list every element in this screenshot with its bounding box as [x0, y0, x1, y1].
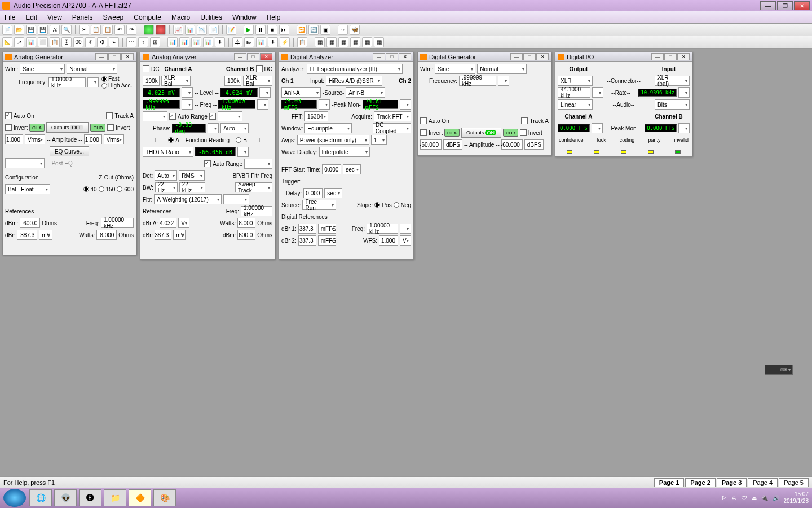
tb-new-icon[interactable]: 📄: [2, 25, 12, 35]
tb2-x-icon[interactable]: ▦: [315, 37, 325, 47]
page-3-tab[interactable]: Page 3: [717, 478, 747, 487]
ampl-a-input[interactable]: 1.000: [5, 134, 23, 144]
ampl-b-input[interactable]: 1.000: [84, 134, 102, 144]
dc-a-check[interactable]: [143, 65, 149, 72]
fft-start-input[interactable]: 0.000: [322, 164, 341, 174]
dbr-input[interactable]: 387.3: [17, 230, 37, 240]
menu-file[interactable]: File: [5, 14, 15, 21]
avgs-select[interactable]: Power (spectrum only): [297, 135, 369, 145]
taskbar-ie-icon[interactable]: 🅔: [79, 489, 102, 506]
mode-select[interactable]: Normal: [67, 64, 117, 74]
autorange2-check[interactable]: [204, 160, 211, 167]
taskbar-paint-icon[interactable]: 🎨: [153, 489, 176, 506]
cha-badge[interactable]: CHA: [29, 124, 45, 132]
taskbar-chrome-icon[interactable]: 🌐: [29, 489, 52, 506]
tb-saveall-icon[interactable]: 💾: [38, 25, 48, 35]
menu-view[interactable]: View: [47, 14, 62, 21]
tb2-n-icon[interactable]: 📊: [179, 37, 189, 47]
freq-unit-select[interactable]: [87, 77, 99, 87]
tb-stop2-icon[interactable]: ■: [267, 25, 277, 35]
tray-volume-icon[interactable]: 🔊: [773, 495, 779, 501]
tb2-t-icon[interactable]: 📊: [256, 37, 266, 47]
page-1-tab[interactable]: Page 1: [654, 478, 684, 487]
phase-mode-select[interactable]: Auto: [220, 123, 249, 133]
page-4-tab[interactable]: Page 4: [748, 478, 778, 487]
tb2-i-icon[interactable]: ⌁: [109, 37, 119, 47]
menu-panels[interactable]: Panels: [72, 14, 93, 21]
tb-chart3-icon[interactable]: 📉: [197, 25, 207, 35]
tb-loop-icon[interactable]: 🔄: [308, 25, 319, 35]
tb-play-icon[interactable]: ▶: [244, 25, 254, 35]
conn-b-select[interactable]: XLR-Bal: [243, 76, 272, 86]
tb-step-icon[interactable]: ⏭: [279, 25, 289, 35]
track-a-check[interactable]: [106, 112, 113, 119]
thd-select[interactable]: THD+N Ratio: [143, 147, 193, 157]
menu-sweep[interactable]: Sweep: [103, 14, 124, 21]
zout-40-radio[interactable]: [83, 186, 89, 192]
tb2-j-icon[interactable]: 〰: [126, 37, 136, 47]
close-button[interactable]: ✕: [794, 1, 810, 10]
post-eq-select[interactable]: [5, 158, 45, 168]
tb-cursor-icon[interactable]: ↔: [338, 25, 348, 35]
auto-on-check[interactable]: [5, 112, 12, 119]
tb-save-icon[interactable]: 💾: [26, 25, 36, 35]
tb2-g-icon[interactable]: ✳: [85, 37, 95, 47]
taskbar-explorer-icon[interactable]: 📁: [104, 489, 126, 506]
det2-select[interactable]: RMS: [179, 170, 205, 181]
tb-cut-icon[interactable]: ✂: [79, 25, 89, 35]
tb-log-icon[interactable]: 📝: [226, 25, 236, 35]
zout-600-radio[interactable]: [117, 186, 122, 192]
freqref-input[interactable]: 1.00000 kHz: [101, 218, 134, 228]
fltr-select[interactable]: A-Weighting (12017): [154, 194, 222, 204]
tb2-f-icon[interactable]: 00: [73, 37, 83, 47]
tb2-l-icon[interactable]: ⊞: [150, 37, 160, 47]
panel-max-button[interactable]: □: [108, 53, 121, 60]
panel-min-button[interactable]: —: [510, 53, 523, 60]
tb-pause-icon[interactable]: ⏸: [255, 25, 266, 35]
trigger-source-select[interactable]: Free Run: [302, 200, 336, 210]
wfm-select[interactable]: Sine: [20, 64, 65, 74]
tb-paste-icon[interactable]: 📋: [103, 25, 113, 35]
tb2-ab-icon[interactable]: ▦: [362, 37, 372, 47]
tb2-y-icon[interactable]: ▦: [326, 37, 337, 47]
bw-lo-select[interactable]: 22 Hz: [155, 182, 178, 192]
tray-shield-icon[interactable]: 🛡: [742, 495, 747, 501]
minimize-button[interactable]: —: [760, 1, 776, 10]
osk-widget[interactable]: ⌨ ▾: [765, 365, 793, 375]
mode-select[interactable]: Normal: [477, 64, 527, 74]
wave-select[interactable]: Interpolate: [319, 147, 370, 157]
tb-repeat-icon[interactable]: 🔁: [297, 25, 307, 35]
watts-input[interactable]: 8.000: [96, 230, 117, 240]
out-audio-select[interactable]: Linear: [558, 99, 593, 110]
src-b-select[interactable]: Anlr-B: [346, 87, 385, 98]
func-b-radio[interactable]: [236, 137, 241, 143]
tb2-c-icon[interactable]: ⬜: [38, 37, 48, 47]
autorange-a-check[interactable]: [169, 113, 176, 120]
tb2-v-icon[interactable]: ⚡: [280, 37, 290, 47]
tb2-u-icon[interactable]: ⬇: [268, 37, 278, 47]
tb2-scope-icon[interactable]: 📐: [2, 37, 12, 47]
page-5-tab[interactable]: Page 5: [779, 478, 809, 487]
analyzer-select[interactable]: FFT spectrum analyzer (fft): [307, 64, 403, 74]
tb2-r-icon[interactable]: ⏃: [232, 37, 242, 47]
page-2-tab[interactable]: Page 2: [685, 478, 715, 487]
imped-a-select[interactable]: 100k: [143, 76, 160, 86]
invert-a-check[interactable]: [5, 124, 12, 131]
ampl-a-input[interactable]: -60.000: [420, 139, 442, 150]
autorange-b-check[interactable]: [209, 113, 216, 120]
menu-edit[interactable]: Edit: [25, 14, 37, 21]
tb-chart2-icon[interactable]: 📊: [185, 25, 195, 35]
panel-close-button[interactable]: ✕: [677, 53, 690, 60]
input-select[interactable]: HiRes A/D @SSR: [326, 76, 382, 86]
tb2-d-icon[interactable]: 📋: [50, 37, 60, 47]
tb2-b-icon[interactable]: 📊: [26, 37, 36, 47]
fast-radio[interactable]: [102, 76, 107, 82]
menu-compute[interactable]: Compute: [134, 14, 161, 21]
tb2-p-icon[interactable]: 📊: [203, 37, 213, 47]
ampl-b-input[interactable]: -60.000: [501, 139, 523, 150]
coupling-select[interactable]: DC Coupled: [373, 123, 411, 133]
panel-min-button[interactable]: —: [651, 53, 664, 60]
tb2-a-icon[interactable]: ↗: [14, 37, 24, 47]
menu-help[interactable]: Help: [267, 14, 281, 21]
invert-b-check[interactable]: [107, 124, 114, 131]
